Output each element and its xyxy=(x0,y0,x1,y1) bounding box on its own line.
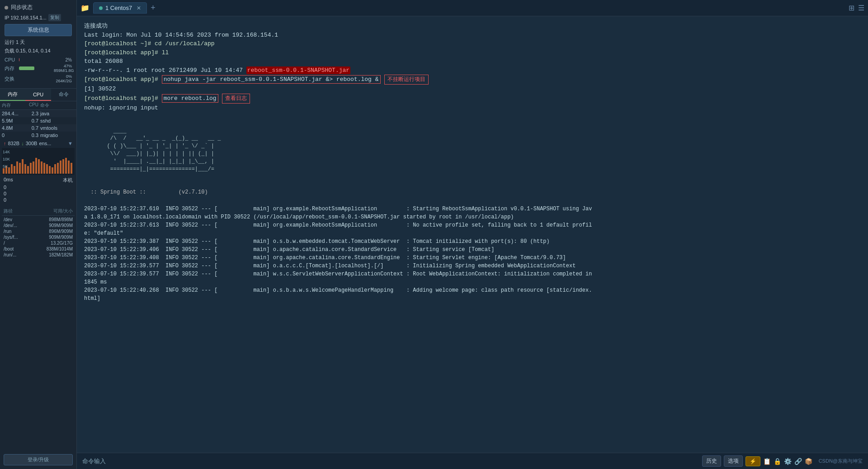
net-down-icon: ↓ xyxy=(21,141,24,146)
cpu-val: 2% xyxy=(54,57,72,62)
svg-rect-20 xyxy=(57,163,59,174)
term-log-7: 2023-07-10 15:22:39.577 INFO 30522 --- [… xyxy=(84,270,861,278)
latency-0b: 0 xyxy=(4,191,6,196)
term-log-7b: 1845 ms xyxy=(84,278,861,286)
bottom-right-btns: 历史 选项 ⚡ 📋 🔒 ⚙️ 🔗 📦 CSDN@东南与坤宝 xyxy=(702,455,863,467)
svg-rect-14 xyxy=(41,161,42,174)
svg-rect-7 xyxy=(22,159,24,174)
login-button[interactable]: 登录/升级 xyxy=(4,454,73,465)
term-line-blank xyxy=(84,196,861,205)
proc-mem: 5.9M xyxy=(2,118,27,123)
swap-stat-row: 交换 0% 264K/2G xyxy=(5,74,72,83)
svg-rect-10 xyxy=(30,163,32,174)
icon-btn-2[interactable]: 🔒 xyxy=(774,458,781,465)
proc-mem: 4.8M xyxy=(2,125,27,131)
term-log-2b: e: "default" xyxy=(84,229,861,237)
icon-btn-5[interactable]: 📦 xyxy=(805,458,812,465)
copy-button[interactable]: 复制 xyxy=(48,14,61,21)
term-log-6: 2023-07-10 15:22:39.577 INFO 30522 --- [… xyxy=(84,262,861,270)
term-log-2: 2023-07-10 15:22:37.613 INFO 30522 --- [… xyxy=(84,221,861,229)
term-line-more: [root@localhost app]# more reboot.log查看日… xyxy=(84,94,861,104)
term-log-1b: a 1.8.0_171 on localhost.localdomain wit… xyxy=(84,213,861,221)
term-line-login: Last login: Mon Jul 10 14:54:56 2023 fro… xyxy=(84,31,861,40)
sidebar: 同步状态 IP 192.168.154.1... 复制 系统信息 运行 1 天 … xyxy=(0,0,77,469)
proc-cmd: migratio xyxy=(40,133,75,138)
process-item: 5.9M 0.7 sshd xyxy=(0,117,76,124)
svg-rect-13 xyxy=(38,159,40,174)
svg-rect-21 xyxy=(60,161,61,174)
path-section: 路径 可用/大小 /dev 898M/898M /dev/... 909M/90… xyxy=(0,205,76,260)
svg-rect-5 xyxy=(16,161,18,174)
term-log-5: 2023-07-10 15:22:39.408 INFO 30522 --- [… xyxy=(84,254,861,262)
latency-row: 0ms 本机 xyxy=(4,177,73,184)
lightning-button[interactable]: ⚡ xyxy=(745,456,760,466)
uptime-row: 运行 1 天 xyxy=(5,39,72,46)
term-line-ll: [root@localhost app]# ll xyxy=(84,48,861,57)
term-log-4: 2023-07-10 15:22:39.406 INFO 30522 --- [… xyxy=(84,246,861,254)
term-line-jar: -rw-r--r--. 1 root root 26712499 Jul 10 … xyxy=(84,66,861,75)
path-item: /sys/f... 909M/909M xyxy=(2,234,75,240)
latency-section: 0ms 本机 0 0 0 xyxy=(0,175,76,205)
path-item: /run/... 182M/182M xyxy=(2,252,75,258)
tab-close-icon[interactable]: ✕ xyxy=(137,5,141,11)
proc-mem: 284.4... xyxy=(2,111,27,116)
process-header: 内存 CPU 命令 xyxy=(0,101,76,110)
icon-btn-3[interactable]: ⚙️ xyxy=(784,458,792,465)
path-col-size: 可用/大小 xyxy=(31,208,73,214)
history-button[interactable]: 历史 xyxy=(702,455,721,467)
tab-cmd[interactable]: 命令 xyxy=(51,89,76,101)
icon-btn-1[interactable]: 📋 xyxy=(763,458,771,465)
process-item: 4.8M 0.7 vmtools xyxy=(0,124,76,132)
term-line-spring: :: Spring Boot :: (v2.7.10) xyxy=(84,188,861,196)
svg-rect-0 xyxy=(3,168,5,174)
latency-ms: 0ms xyxy=(4,177,13,184)
net-up-icon: ↑ xyxy=(4,141,6,146)
net-expand-icon[interactable]: ▼ xyxy=(68,141,73,146)
top-right-icons: ⊞ ☰ xyxy=(849,4,864,12)
svg-rect-19 xyxy=(54,164,56,174)
latency-local: 本机 xyxy=(63,177,73,184)
svg-rect-2 xyxy=(8,167,10,174)
path-item: / 13.2G/17G xyxy=(2,240,75,246)
sidebar-top: 同步状态 IP 192.168.154.1... 复制 系统信息 运行 1 天 … xyxy=(0,0,76,89)
tab-label: 1 Centos7 xyxy=(105,5,132,11)
svg-rect-23 xyxy=(65,158,67,174)
swap-label: 交换 xyxy=(5,76,17,82)
grid-icon[interactable]: ⊞ xyxy=(849,4,854,12)
new-tab-button[interactable]: + xyxy=(149,3,157,13)
uptime-label: 运行 1 天 xyxy=(5,39,25,45)
svg-rect-24 xyxy=(68,161,70,174)
menu-icon[interactable]: ☰ xyxy=(858,4,864,12)
svg-rect-15 xyxy=(43,163,45,174)
net-row: ↑ 832B ↓ 300B ens... ▼ xyxy=(0,139,76,148)
proc-cpu: 0.7 xyxy=(27,125,40,131)
process-item: 284.4... 2.3 java xyxy=(0,110,76,117)
icon-btn-4[interactable]: 🔗 xyxy=(794,458,802,465)
ip-row: IP 192.168.154.1... 复制 xyxy=(5,14,72,21)
sysinfo-button[interactable]: 系统信息 xyxy=(5,24,72,36)
term-line-nohup-ignore: nohup: ignoring input xyxy=(84,104,861,113)
net-up-val: 832B xyxy=(8,141,20,146)
proc-cpu: 0.7 xyxy=(27,118,40,123)
svg-rect-18 xyxy=(52,167,53,174)
latency-0c: 0 xyxy=(4,197,6,203)
folder-icon[interactable]: 📁 xyxy=(80,4,90,12)
term-line-art: ____ /\ / __'_ __ _ _(_)_ __ __ _ ( ( )\… xyxy=(84,112,861,188)
bottom-bar: 命令输入 历史 选项 ⚡ 📋 🔒 ⚙️ 🔗 📦 CSDN@东南与坤宝 xyxy=(77,453,868,469)
process-tabs: 内存 CPU 命令 xyxy=(0,89,76,101)
tab-cpu[interactable]: CPU xyxy=(25,89,51,101)
load-row: 负载 0.15, 0.14, 0.14 xyxy=(5,47,72,54)
mem-stat-row: 内存 47% 859M/1.8G xyxy=(5,64,72,73)
options-button[interactable]: 选项 xyxy=(724,455,743,467)
tab-mem[interactable]: 内存 xyxy=(0,89,25,101)
proc-cpu: 2.3 xyxy=(27,111,40,116)
svg-rect-4 xyxy=(14,166,15,174)
proc-mem: 0 xyxy=(2,133,27,138)
svg-text:10K: 10K xyxy=(3,157,10,161)
svg-rect-3 xyxy=(11,164,13,174)
terminal-tab[interactable]: 1 Centos7 ✕ xyxy=(93,2,147,14)
col-mem-header: 内存 xyxy=(2,102,27,109)
svg-rect-22 xyxy=(62,159,64,174)
mem-val: 47% 859M/1.8G xyxy=(54,64,72,73)
load-label: 负载 0.15, 0.14, 0.14 xyxy=(5,48,51,53)
